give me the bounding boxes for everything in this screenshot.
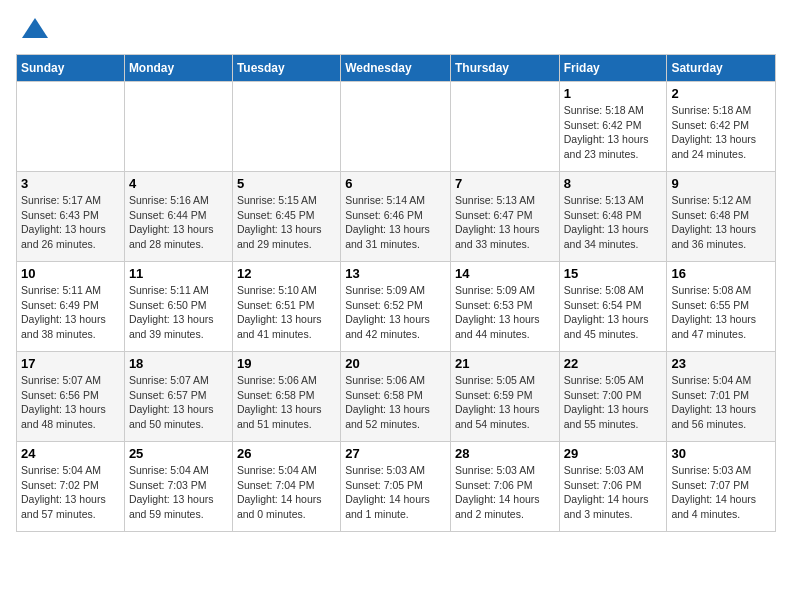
day-number: 11	[129, 266, 228, 281]
day-number: 2	[671, 86, 771, 101]
day-number: 14	[455, 266, 555, 281]
day-info: Sunrise: 5:03 AM Sunset: 7:07 PM Dayligh…	[671, 463, 771, 522]
calendar-cell: 14Sunrise: 5:09 AM Sunset: 6:53 PM Dayli…	[450, 262, 559, 352]
calendar-cell: 23Sunrise: 5:04 AM Sunset: 7:01 PM Dayli…	[667, 352, 776, 442]
day-info: Sunrise: 5:04 AM Sunset: 7:01 PM Dayligh…	[671, 373, 771, 432]
day-info: Sunrise: 5:18 AM Sunset: 6:42 PM Dayligh…	[671, 103, 771, 162]
day-info: Sunrise: 5:11 AM Sunset: 6:50 PM Dayligh…	[129, 283, 228, 342]
calendar-cell	[124, 82, 232, 172]
day-number: 21	[455, 356, 555, 371]
calendar-header-monday: Monday	[124, 55, 232, 82]
day-number: 27	[345, 446, 446, 461]
calendar-header-saturday: Saturday	[667, 55, 776, 82]
calendar-cell: 28Sunrise: 5:03 AM Sunset: 7:06 PM Dayli…	[450, 442, 559, 532]
day-number: 26	[237, 446, 336, 461]
day-number: 15	[564, 266, 663, 281]
calendar-cell: 1Sunrise: 5:18 AM Sunset: 6:42 PM Daylig…	[559, 82, 667, 172]
day-info: Sunrise: 5:04 AM Sunset: 7:04 PM Dayligh…	[237, 463, 336, 522]
day-number: 29	[564, 446, 663, 461]
calendar-cell: 12Sunrise: 5:10 AM Sunset: 6:51 PM Dayli…	[232, 262, 340, 352]
day-number: 17	[21, 356, 120, 371]
day-number: 8	[564, 176, 663, 191]
day-info: Sunrise: 5:13 AM Sunset: 6:48 PM Dayligh…	[564, 193, 663, 252]
day-info: Sunrise: 5:03 AM Sunset: 7:06 PM Dayligh…	[455, 463, 555, 522]
calendar-cell: 18Sunrise: 5:07 AM Sunset: 6:57 PM Dayli…	[124, 352, 232, 442]
day-info: Sunrise: 5:11 AM Sunset: 6:49 PM Dayligh…	[21, 283, 120, 342]
calendar-week-row: 24Sunrise: 5:04 AM Sunset: 7:02 PM Dayli…	[17, 442, 776, 532]
day-number: 22	[564, 356, 663, 371]
calendar-cell: 19Sunrise: 5:06 AM Sunset: 6:58 PM Dayli…	[232, 352, 340, 442]
calendar-header-thursday: Thursday	[450, 55, 559, 82]
calendar-cell: 24Sunrise: 5:04 AM Sunset: 7:02 PM Dayli…	[17, 442, 125, 532]
calendar: SundayMondayTuesdayWednesdayThursdayFrid…	[16, 54, 776, 532]
calendar-week-row: 17Sunrise: 5:07 AM Sunset: 6:56 PM Dayli…	[17, 352, 776, 442]
calendar-week-row: 3Sunrise: 5:17 AM Sunset: 6:43 PM Daylig…	[17, 172, 776, 262]
calendar-cell: 10Sunrise: 5:11 AM Sunset: 6:49 PM Dayli…	[17, 262, 125, 352]
calendar-cell: 4Sunrise: 5:16 AM Sunset: 6:44 PM Daylig…	[124, 172, 232, 262]
calendar-header-tuesday: Tuesday	[232, 55, 340, 82]
calendar-cell: 16Sunrise: 5:08 AM Sunset: 6:55 PM Dayli…	[667, 262, 776, 352]
day-number: 13	[345, 266, 446, 281]
day-number: 20	[345, 356, 446, 371]
day-info: Sunrise: 5:12 AM Sunset: 6:48 PM Dayligh…	[671, 193, 771, 252]
day-info: Sunrise: 5:09 AM Sunset: 6:53 PM Dayligh…	[455, 283, 555, 342]
calendar-cell: 21Sunrise: 5:05 AM Sunset: 6:59 PM Dayli…	[450, 352, 559, 442]
calendar-cell: 9Sunrise: 5:12 AM Sunset: 6:48 PM Daylig…	[667, 172, 776, 262]
calendar-header-sunday: Sunday	[17, 55, 125, 82]
logo	[16, 16, 50, 46]
calendar-cell: 7Sunrise: 5:13 AM Sunset: 6:47 PM Daylig…	[450, 172, 559, 262]
day-number: 7	[455, 176, 555, 191]
calendar-cell: 3Sunrise: 5:17 AM Sunset: 6:43 PM Daylig…	[17, 172, 125, 262]
day-number: 16	[671, 266, 771, 281]
calendar-cell: 25Sunrise: 5:04 AM Sunset: 7:03 PM Dayli…	[124, 442, 232, 532]
day-info: Sunrise: 5:04 AM Sunset: 7:02 PM Dayligh…	[21, 463, 120, 522]
calendar-cell: 5Sunrise: 5:15 AM Sunset: 6:45 PM Daylig…	[232, 172, 340, 262]
calendar-week-row: 1Sunrise: 5:18 AM Sunset: 6:42 PM Daylig…	[17, 82, 776, 172]
day-info: Sunrise: 5:03 AM Sunset: 7:06 PM Dayligh…	[564, 463, 663, 522]
day-number: 4	[129, 176, 228, 191]
day-number: 9	[671, 176, 771, 191]
day-info: Sunrise: 5:03 AM Sunset: 7:05 PM Dayligh…	[345, 463, 446, 522]
day-info: Sunrise: 5:17 AM Sunset: 6:43 PM Dayligh…	[21, 193, 120, 252]
day-info: Sunrise: 5:07 AM Sunset: 6:57 PM Dayligh…	[129, 373, 228, 432]
day-info: Sunrise: 5:08 AM Sunset: 6:54 PM Dayligh…	[564, 283, 663, 342]
calendar-cell: 27Sunrise: 5:03 AM Sunset: 7:05 PM Dayli…	[341, 442, 451, 532]
day-info: Sunrise: 5:07 AM Sunset: 6:56 PM Dayligh…	[21, 373, 120, 432]
day-info: Sunrise: 5:18 AM Sunset: 6:42 PM Dayligh…	[564, 103, 663, 162]
day-info: Sunrise: 5:13 AM Sunset: 6:47 PM Dayligh…	[455, 193, 555, 252]
day-number: 5	[237, 176, 336, 191]
calendar-cell: 11Sunrise: 5:11 AM Sunset: 6:50 PM Dayli…	[124, 262, 232, 352]
calendar-cell: 22Sunrise: 5:05 AM Sunset: 7:00 PM Dayli…	[559, 352, 667, 442]
day-info: Sunrise: 5:04 AM Sunset: 7:03 PM Dayligh…	[129, 463, 228, 522]
day-number: 25	[129, 446, 228, 461]
calendar-cell	[232, 82, 340, 172]
day-info: Sunrise: 5:05 AM Sunset: 6:59 PM Dayligh…	[455, 373, 555, 432]
day-number: 23	[671, 356, 771, 371]
day-number: 24	[21, 446, 120, 461]
header	[16, 16, 776, 46]
day-number: 28	[455, 446, 555, 461]
day-info: Sunrise: 5:14 AM Sunset: 6:46 PM Dayligh…	[345, 193, 446, 252]
day-number: 10	[21, 266, 120, 281]
day-number: 30	[671, 446, 771, 461]
calendar-header-row: SundayMondayTuesdayWednesdayThursdayFrid…	[17, 55, 776, 82]
calendar-cell: 17Sunrise: 5:07 AM Sunset: 6:56 PM Dayli…	[17, 352, 125, 442]
day-number: 1	[564, 86, 663, 101]
day-info: Sunrise: 5:08 AM Sunset: 6:55 PM Dayligh…	[671, 283, 771, 342]
day-info: Sunrise: 5:09 AM Sunset: 6:52 PM Dayligh…	[345, 283, 446, 342]
calendar-week-row: 10Sunrise: 5:11 AM Sunset: 6:49 PM Dayli…	[17, 262, 776, 352]
day-info: Sunrise: 5:06 AM Sunset: 6:58 PM Dayligh…	[345, 373, 446, 432]
calendar-cell: 20Sunrise: 5:06 AM Sunset: 6:58 PM Dayli…	[341, 352, 451, 442]
calendar-cell: 13Sunrise: 5:09 AM Sunset: 6:52 PM Dayli…	[341, 262, 451, 352]
day-info: Sunrise: 5:05 AM Sunset: 7:00 PM Dayligh…	[564, 373, 663, 432]
day-number: 19	[237, 356, 336, 371]
calendar-cell: 15Sunrise: 5:08 AM Sunset: 6:54 PM Dayli…	[559, 262, 667, 352]
day-number: 18	[129, 356, 228, 371]
day-info: Sunrise: 5:15 AM Sunset: 6:45 PM Dayligh…	[237, 193, 336, 252]
logo-icon	[20, 16, 50, 46]
day-number: 12	[237, 266, 336, 281]
calendar-cell: 8Sunrise: 5:13 AM Sunset: 6:48 PM Daylig…	[559, 172, 667, 262]
calendar-cell: 6Sunrise: 5:14 AM Sunset: 6:46 PM Daylig…	[341, 172, 451, 262]
calendar-cell: 29Sunrise: 5:03 AM Sunset: 7:06 PM Dayli…	[559, 442, 667, 532]
calendar-cell	[17, 82, 125, 172]
